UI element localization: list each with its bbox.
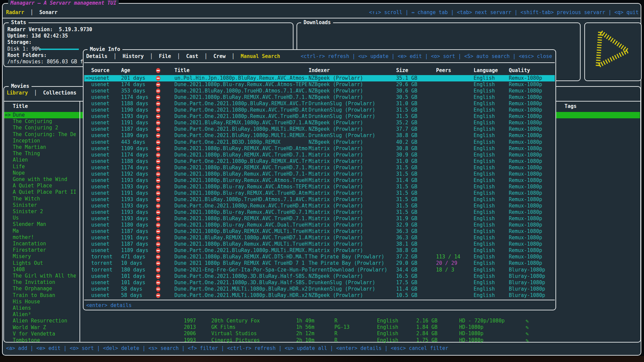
tab-crew[interactable]: Crew (213, 53, 225, 59)
movie-table-row[interactable]: 2006Virtual Studios2h 12mREnglish2.84 GB… (0, 330, 644, 337)
movie-list-item[interactable]: Inception (13, 138, 76, 144)
search-result-row[interactable]: usenet58 daysDune.Part.One.2021.MULTi.10… (84, 286, 555, 292)
movie-list-item[interactable]: Dune (13, 112, 76, 118)
movie-list-item[interactable]: Firestarter (13, 247, 76, 253)
downloads-panel-title: Downloads (301, 19, 333, 26)
search-result-row[interactable]: usenet1174 daysDune.2021.1080p.BluRay.RE… (84, 94, 555, 101)
no-entry-icon (156, 133, 160, 138)
movie-list-item[interactable]: Sinister (13, 202, 76, 208)
search-result-row[interactable]: usenet101 daysDune.Part.One.2021.1080p.3… (84, 273, 555, 280)
search-result-row[interactable]: usenet1180 daysDune.2021.1080p.Blu-ray.R… (84, 222, 555, 228)
cell-source: usenet (91, 165, 109, 171)
tab-manual-search[interactable]: Manual Search (241, 53, 280, 59)
search-result-row[interactable]: usenet443 daysDune.Part.One.2021.BD3D.10… (84, 139, 555, 145)
cell-runtime: 2h 12m (296, 330, 314, 337)
movie-list-item[interactable]: mother! (13, 234, 76, 241)
movie-list-item[interactable]: 1408 (13, 266, 76, 273)
movie-list-item[interactable]: Lights Out (13, 260, 76, 266)
no-entry-icon (156, 191, 160, 196)
movie-list-item[interactable]: The Conjuring 2 (13, 125, 76, 131)
tab-history[interactable]: History (122, 53, 144, 59)
cell-age: 443 days (121, 139, 145, 145)
movie-list-item[interactable]: A Quiet Place Part II (13, 189, 76, 195)
search-result-row[interactable]: =>usenet201 daysun.Pol.Hin.Jpn.1080p.Blu… (84, 75, 555, 81)
movie-list-item[interactable]: Train to Busan (13, 292, 76, 299)
search-result-row[interactable]: usenet1193 daysDune.2021.1080p.Bluray.Re… (84, 177, 555, 184)
search-result-row[interactable]: usenet1191 daysDune.2021.BluRay.REMUX.10… (84, 120, 555, 126)
search-result-row[interactable]: usenet1191 daysDune.2021.1080p.Blu-ray.R… (84, 190, 555, 196)
movie-list-item[interactable]: The Orphanage (13, 286, 76, 292)
tab-file[interactable]: File (159, 53, 171, 59)
tab-details[interactable]: Details (86, 53, 107, 59)
search-result-row[interactable]: usenet1192 daysDune.2021.1080p.BluRay.Re… (84, 171, 555, 177)
tab-collections[interactable]: Collections (43, 90, 76, 96)
search-result-row[interactable]: usenet1174 daysDune.2021.1080p.BluRay.RE… (84, 152, 555, 158)
movie-list-item[interactable]: Misery (13, 253, 76, 260)
search-result-row[interactable]: usenet1190 daysDune.Part.One.2021.1080p.… (84, 107, 555, 113)
search-result-row[interactable]: usenet1193 daysDune.2021.BluRay.1080p.Tr… (84, 196, 555, 203)
movie-table-row[interactable]: 199720th Century Fox1h 49mREnglish2.16 G… (0, 318, 644, 324)
movie-list-item[interactable]: Alien (13, 157, 76, 163)
movie-list-item[interactable]: The Martian (13, 144, 76, 150)
col-source: Source (91, 67, 109, 74)
movie-list-item[interactable]: Ma (13, 228, 76, 234)
movie-table-row[interactable]: 2013GK Films1h 56mPG-13English1.84 GBHD-… (0, 324, 644, 330)
search-result-row[interactable]: torrent10 daysDune 2021 1080p BluRay REM… (84, 260, 555, 266)
cell-size: 31.9 GB (396, 216, 417, 222)
selected-result-prefix: => (86, 75, 92, 81)
movie-list-item[interactable]: The Conjuring (13, 118, 76, 125)
cell-title: Dune.2021.1080p.Blu-ray.Remux.AVC.TrueHD… (174, 209, 308, 216)
cell-indexer: Miatrix (Prowlarr) (309, 241, 363, 247)
search-result-row[interactable]: usenet1188 daysDune.Part.One.2021.1080p.… (84, 158, 555, 165)
movie-list-item[interactable]: The Thing (13, 150, 76, 157)
search-result-row[interactable]: torrent471 daysDune.2021.1080p.BluRay.RE… (84, 254, 555, 260)
cell-indexer: DrunkenSlug (Prowlarr) (309, 113, 375, 120)
search-result-row[interactable]: usenet1193 daysDune.2021.1080p.Blu-ray.R… (84, 209, 555, 216)
search-result-row[interactable]: usenet1193 daysDune.Part.One.2021.1080p.… (84, 113, 555, 120)
search-result-row[interactable]: usenet1109 daysDune.2021.1080p.BluRay.RE… (84, 145, 555, 152)
search-result-row[interactable]: usenet353 daysDune.2021.BluRay.1080p.Tru… (84, 88, 555, 94)
movie-table-row[interactable]: 1993Cinergi Pictures2h 10mREnglish1.75 G… (0, 337, 644, 344)
movie-list-item[interactable]: The Girl with All the (13, 273, 76, 279)
movie-list-item[interactable]: Slender Man (13, 221, 76, 228)
search-result-row[interactable]: usenet58 daysDune.Part.One.2021.MULTi.10… (84, 292, 555, 299)
no-entry-icon (156, 229, 160, 234)
cell-language: English (474, 235, 495, 241)
movie-list-item[interactable]: The Witch (13, 196, 76, 202)
movie-list-item[interactable]: His House (13, 299, 76, 305)
search-result-row[interactable]: usenet101 daysDune.Part.One.2021.1080p.3… (84, 280, 555, 286)
storage-label: Storage: (7, 39, 32, 46)
movie-list-item[interactable]: Nope (13, 170, 76, 176)
movie-list-item[interactable]: The Conjuring: The Dev (13, 131, 76, 138)
tab-library[interactable]: Library (7, 90, 28, 96)
cell-quality: Remux-1080p (509, 145, 542, 152)
tab-radarr[interactable]: Radarr (6, 9, 24, 15)
search-result-row[interactable]: usenet1174 daysDune.2021.1080p.BluRay.RE… (84, 165, 555, 171)
movie-list-item[interactable]: Us (13, 215, 76, 221)
search-result-row[interactable]: usenet1189 daysDune.Part.One.2021.BluRay… (84, 132, 555, 139)
search-result-row[interactable]: usenet1193 daysDune.Part.One.2021.1080p.… (84, 203, 555, 209)
cell-indexer: NZBgeek (Prowlarr) (309, 139, 363, 145)
movie-list-item[interactable]: Aliens (13, 305, 76, 311)
search-result-row[interactable]: usenet1187 daysDune.2021.1080p.BluRay.Re… (84, 241, 555, 247)
search-result-row[interactable]: usenet174 daysDune.2021.1080p.Blu-ray.Re… (84, 81, 555, 88)
movie-list-item[interactable]: Incantation (13, 241, 76, 247)
search-result-row[interactable]: usenet1191 daysDune.2021.BluRay.REMUX.10… (84, 235, 555, 241)
search-result-row[interactable]: torrent180 daysDune-2021-Eng-Fre-Ger-Ita… (84, 267, 555, 273)
search-result-row[interactable]: usenet1188 daysDune.Part.One.2021.1080p.… (84, 101, 555, 107)
movie-list-item[interactable]: Life (13, 164, 76, 170)
tab-sonarr[interactable]: Sonarr (39, 9, 57, 15)
movie-list-item[interactable]: The Invitation (13, 279, 76, 286)
search-result-row[interactable]: usenet1187 daysDune.Part.One.2021.BluRay… (84, 126, 555, 132)
search-result-row[interactable]: usenet1193 daysDune.2021.1080p.BluRay.RE… (84, 216, 555, 222)
movie-list-item[interactable]: Gone with the Wind (13, 176, 76, 183)
search-result-row[interactable]: usenet1189 daysDune.Part.One.2021.BluRay… (84, 247, 555, 254)
cell-quality: Remux-1080p (509, 139, 542, 145)
movie-list-item[interactable]: Alien³ (13, 311, 76, 318)
search-result-row[interactable]: usenet1193 daysDune.2021.1080p.Blu-ray.R… (84, 184, 555, 190)
cell-indexer: Miatrix (Prowlarr) (309, 216, 363, 222)
search-result-row[interactable]: usenet1187 daysDune.2021.1080p.BluRay.RE… (84, 228, 555, 235)
movie-list-item[interactable]: A Quiet Place (13, 183, 76, 189)
tab-cast[interactable]: Cast (186, 53, 198, 59)
movie-list-item[interactable]: Sinister 2 (13, 208, 76, 215)
